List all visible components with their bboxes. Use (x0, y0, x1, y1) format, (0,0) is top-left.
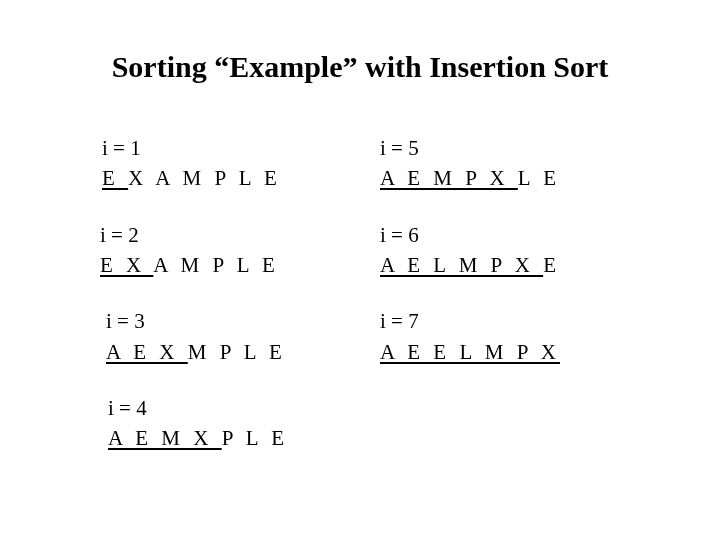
unsorted-portion: E (543, 253, 560, 277)
step-letters: E X A M P L E (102, 166, 281, 190)
unsorted-portion: P L E (222, 426, 288, 450)
step-index: i = 5 (380, 134, 620, 162)
sorted-portion: E (102, 166, 128, 190)
unsorted-portion: L E (518, 166, 560, 190)
sorted-portion: A E M X (108, 426, 222, 450)
step-3: i = 3 A E X M P L E (106, 307, 340, 366)
page-title: Sorting “Example” with Insertion Sort (50, 50, 670, 84)
step-letters: E X A M P L E (100, 253, 279, 277)
step-5: i = 5 A E M P X L E (380, 134, 620, 193)
step-index: i = 6 (380, 221, 620, 249)
sorted-portion: A E L M P X (380, 253, 543, 277)
step-letters: A E M X P L E (108, 426, 288, 450)
step-index: i = 3 (106, 307, 340, 335)
sorted-portion: A E E L M P X (380, 340, 560, 364)
step-letters: A E L M P X E (380, 253, 560, 277)
content-columns: i = 1 E X A M P L E i = 2 E X A M P L E … (50, 134, 670, 453)
right-column: i = 5 A E M P X L E i = 6 A E L M P X E … (380, 134, 620, 453)
step-4: i = 4 A E M X P L E (108, 394, 340, 453)
sorted-portion: E X (100, 253, 153, 277)
unsorted-portion: A M P L E (153, 253, 278, 277)
step-2: i = 2 E X A M P L E (100, 221, 340, 280)
step-6: i = 6 A E L M P X E (380, 221, 620, 280)
step-letters: A E X M P L E (106, 340, 286, 364)
unsorted-portion: M P L E (188, 340, 286, 364)
step-letters: A E E L M P X (380, 340, 560, 364)
left-column: i = 1 E X A M P L E i = 2 E X A M P L E … (100, 134, 340, 453)
step-index: i = 4 (108, 394, 340, 422)
step-index: i = 2 (100, 221, 340, 249)
step-1: i = 1 E X A M P L E (102, 134, 340, 193)
step-index: i = 1 (102, 134, 340, 162)
step-index: i = 7 (380, 307, 620, 335)
step-letters: A E M P X L E (380, 166, 560, 190)
step-7: i = 7 A E E L M P X (380, 307, 620, 366)
sorted-portion: A E X (106, 340, 188, 364)
sorted-portion: A E M P X (380, 166, 518, 190)
unsorted-portion: X A M P L E (128, 166, 281, 190)
